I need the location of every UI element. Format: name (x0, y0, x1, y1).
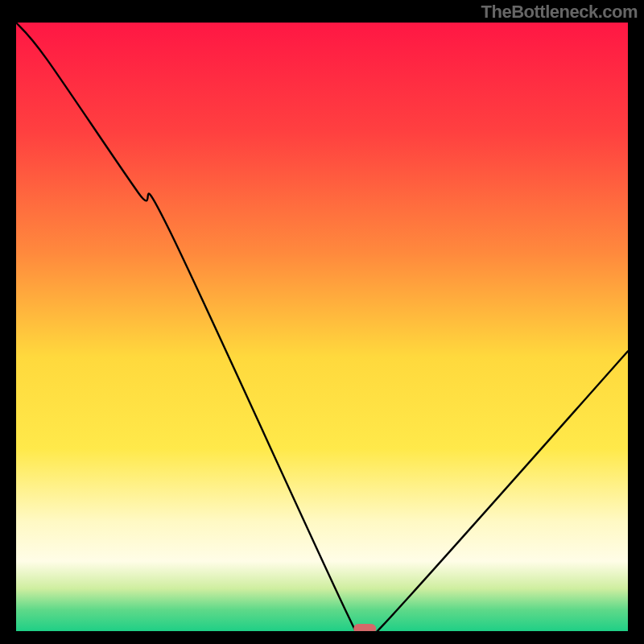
plot-background (16, 23, 628, 631)
optimal-marker (353, 624, 376, 631)
watermark-text: TheBottleneck.com (481, 2, 638, 23)
chart-container: TheBottleneck.com (0, 0, 644, 644)
plot-frame (16, 23, 628, 631)
plot-svg (16, 23, 628, 631)
